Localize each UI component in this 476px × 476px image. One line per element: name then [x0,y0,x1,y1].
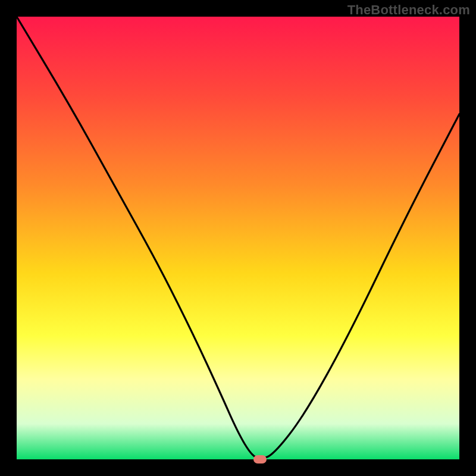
chart-min-marker [253,455,267,464]
chart-curve-path [17,17,459,458]
watermark-text: TheBottleneck.com [347,2,470,18]
chart-plot-area [17,17,459,459]
chart-curve [17,17,459,459]
chart-frame: TheBottleneck.com [0,0,476,476]
